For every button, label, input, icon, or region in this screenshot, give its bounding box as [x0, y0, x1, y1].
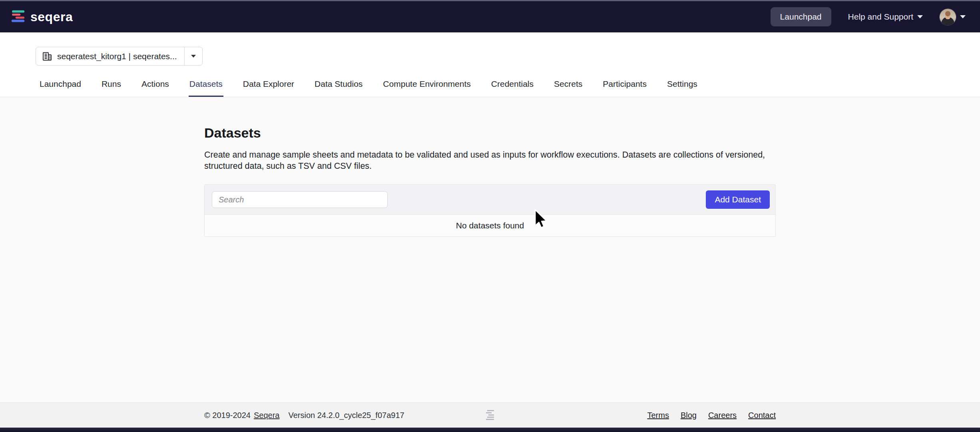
window-bottom-edge: [0, 428, 980, 432]
datasets-card: Add Dataset No datasets found: [204, 184, 776, 237]
datasets-toolbar: Add Dataset: [205, 185, 775, 214]
footer-link-blog[interactable]: Blog: [681, 411, 697, 420]
tab-compute-environments[interactable]: Compute Environments: [382, 79, 471, 97]
user-menu[interactable]: [940, 9, 966, 25]
tab-runs[interactable]: Runs: [101, 79, 122, 97]
empty-state-row: No datasets found: [205, 214, 775, 236]
organization-icon: [42, 51, 52, 62]
help-and-support-label: Help and Support: [848, 12, 913, 22]
top-navbar: seqera Launchpad Help and Support: [0, 0, 980, 32]
page-title: Datasets: [204, 97, 776, 141]
workspace-name: seqeratest_kitorg1 | seqerates...: [57, 52, 177, 61]
tab-data-explorer[interactable]: Data Explorer: [242, 79, 295, 97]
search-input[interactable]: [212, 191, 388, 208]
footer-links: TermsBlogCareersContact: [647, 411, 776, 420]
chevron-down-icon: [917, 15, 923, 18]
tab-secrets[interactable]: Secrets: [553, 79, 583, 97]
tab-data-studios[interactable]: Data Studios: [314, 79, 363, 97]
seqera-footer-link[interactable]: Seqera: [254, 411, 280, 420]
tab-participants[interactable]: Participants: [602, 79, 647, 97]
seqera-logo-icon: [10, 9, 26, 25]
tab-credentials[interactable]: Credentials: [490, 79, 534, 97]
footer-link-contact[interactable]: Contact: [748, 411, 776, 420]
tab-actions[interactable]: Actions: [141, 79, 170, 97]
copyright-text: © 2019-2024: [204, 411, 251, 420]
main-content: Datasets Create and manage sample sheets…: [0, 97, 980, 402]
footer-link-careers[interactable]: Careers: [708, 411, 737, 420]
seqera-glyph-icon: [485, 409, 495, 421]
seqera-brand[interactable]: seqera: [10, 9, 73, 25]
workspace-selector[interactable]: seqeratest_kitorg1 | seqerates...: [36, 47, 203, 66]
chevron-down-icon: [960, 15, 966, 18]
add-dataset-button[interactable]: Add Dataset: [706, 190, 770, 209]
workspace-header: seqeratest_kitorg1 | seqerates... Launch…: [0, 32, 980, 97]
chevron-down-icon: [191, 55, 196, 58]
tab-datasets[interactable]: Datasets: [189, 79, 223, 97]
user-avatar: [940, 9, 956, 25]
footer-link-terms[interactable]: Terms: [647, 411, 669, 420]
page-description: Create and manage sample sheets and meta…: [204, 149, 776, 172]
version-text: Version 24.2.0_cycle25_f07a917: [288, 411, 404, 420]
empty-state-message: No datasets found: [456, 221, 524, 230]
workspace-dropdown-toggle[interactable]: [184, 47, 202, 65]
tab-settings[interactable]: Settings: [666, 79, 698, 97]
tab-launchpad[interactable]: Launchpad: [39, 79, 82, 97]
brand-name: seqera: [30, 10, 73, 24]
help-and-support-menu[interactable]: Help and Support: [848, 12, 923, 22]
workspace-tabs: LaunchpadRunsActionsDatasetsData Explore…: [39, 79, 698, 97]
footer: © 2019-2024 Seqera Version 24.2.0_cycle2…: [0, 402, 980, 428]
launchpad-button[interactable]: Launchpad: [771, 7, 831, 26]
